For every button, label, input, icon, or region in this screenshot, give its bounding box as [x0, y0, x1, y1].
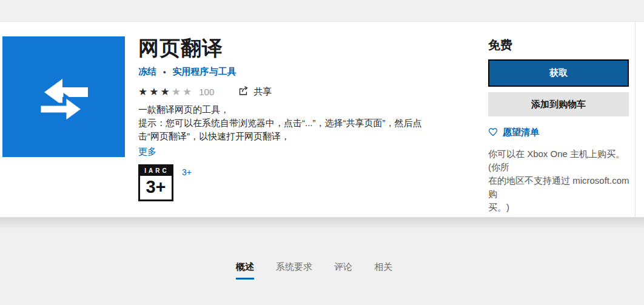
availability-note: 你可以在 Xbox One 主机上购买。(你所 在的地区不支持通过 micros… — [488, 147, 635, 214]
get-button[interactable]: 获取 — [488, 59, 629, 87]
top-header-band — [0, 0, 644, 22]
tab-system-requirements[interactable]: 系统要求 — [276, 261, 312, 280]
rating-count[interactable]: 100 — [199, 87, 214, 97]
stars-filled-icon[interactable]: ★★★ — [138, 85, 172, 98]
tab-bar: 概述 系统要求 评论 相关 — [236, 261, 392, 280]
age-rating-value: 3+ — [140, 176, 172, 199]
age-rating-link[interactable]: 3+ — [182, 167, 192, 177]
tab-reviews[interactable]: 评论 — [334, 261, 352, 280]
share-button[interactable]: 共享 — [238, 85, 272, 98]
app-title: 网页翻译 — [138, 35, 223, 62]
category-link[interactable]: 实用程序与工具 — [173, 66, 236, 76]
translate-swap-arrows-icon — [35, 69, 93, 125]
share-icon — [238, 85, 249, 98]
stars-empty-icon[interactable]: ★★ — [172, 85, 193, 98]
more-link[interactable]: 更多 — [138, 146, 156, 158]
age-rating-badge[interactable]: IARC 3+ — [138, 164, 173, 201]
add-to-cart-button[interactable]: 添加到购物车 — [488, 92, 629, 116]
wishlist-button[interactable]: 愿望清单 — [488, 127, 539, 138]
age-rating-org: IARC — [140, 166, 172, 176]
meta-separator: • — [163, 67, 166, 76]
heart-icon — [488, 127, 498, 138]
wishlist-label: 愿望清单 — [503, 127, 539, 138]
app-tile — [2, 36, 125, 157]
tab-related[interactable]: 相关 — [374, 261, 392, 280]
app-meta-row: 冻结•实用程序与工具 — [138, 66, 236, 78]
share-label: 共享 — [253, 86, 272, 98]
rating-row: ★★★ ★★ 100 共享 — [138, 85, 272, 98]
publisher-link[interactable]: 冻结 — [138, 66, 156, 76]
price-label: 免费 — [488, 37, 512, 53]
app-description: 一款翻译网页的工具， 提示：您可以在系统自带浏览器中，点击“...”，选择“共享… — [138, 103, 441, 143]
scrollbar-track[interactable] — [635, 22, 636, 217]
tab-overview[interactable]: 概述 — [236, 261, 254, 280]
